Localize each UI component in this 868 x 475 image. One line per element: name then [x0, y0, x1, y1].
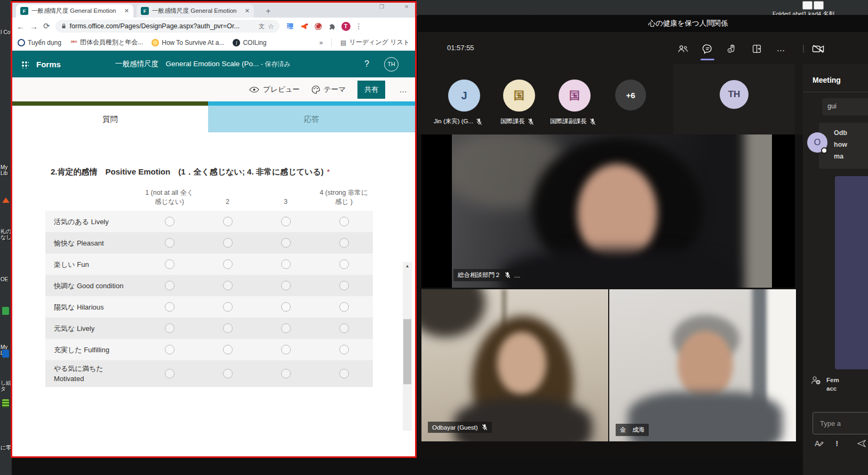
more-actions-icon[interactable]: …: [774, 42, 788, 56]
profile-avatar[interactable]: T: [341, 22, 351, 31]
radio-option-4[interactable]: [339, 259, 349, 269]
tab-close-icon[interactable]: ✕: [124, 7, 129, 14]
help-icon[interactable]: ?: [364, 59, 369, 69]
radio-option-3[interactable]: [281, 217, 291, 226]
radio-option-1[interactable]: [165, 281, 174, 290]
mattermost-extension-icon[interactable]: [314, 22, 323, 31]
camera-off-icon[interactable]: [811, 42, 825, 56]
desktop-folder-icon[interactable]: [802, 1, 824, 10]
address-bar[interactable]: forms.office.com/Pages/DesignPage.aspx?a…: [55, 20, 280, 33]
radio-option-2[interactable]: [223, 217, 233, 226]
chat-message[interactable]: gui: [822, 98, 868, 115]
desktop-icon-label[interactable]: I Co: [1, 29, 12, 35]
radio-option-1[interactable]: [165, 323, 174, 333]
new-tab-button[interactable]: ＋: [264, 6, 272, 16]
reactions-icon[interactable]: [725, 42, 739, 56]
priority-icon[interactable]: ǃ: [835, 439, 838, 448]
chat-icon[interactable]: [700, 42, 714, 56]
scroll-up-icon[interactable]: ▲: [403, 264, 412, 268]
participants-icon[interactable]: [676, 42, 690, 56]
tab-close-icon[interactable]: ✕: [245, 7, 250, 14]
radio-option-4[interactable]: [339, 217, 349, 226]
desktop-shortcut-icon[interactable]: [2, 350, 9, 358]
radio-option-4[interactable]: [339, 281, 349, 290]
radio-option-4[interactable]: [339, 345, 349, 354]
desktop-icon-label[interactable]: My Lib: [1, 164, 12, 176]
radio-option-1[interactable]: [165, 217, 174, 226]
radio-option-4[interactable]: [339, 369, 349, 378]
desktop-icon-label[interactable]: 礼の なし: [1, 228, 12, 240]
forward-icon[interactable]: →: [30, 22, 38, 31]
bookmarks-overflow-icon[interactable]: »: [319, 39, 323, 46]
desktop-icon-label[interactable]: に零: [1, 445, 12, 450]
radio-option-2[interactable]: [223, 238, 233, 248]
radio-option-3[interactable]: [281, 345, 291, 354]
bookmark-item[interactable]: ᴶᵂᴬ 団体会員種別と年会...: [70, 38, 143, 47]
breakout-rooms-icon[interactable]: [750, 42, 763, 56]
overflow-participants-avatar[interactable]: +6: [615, 80, 646, 110]
radio-option-4[interactable]: [339, 323, 349, 333]
bookmark-star-icon[interactable]: ☆: [268, 22, 274, 30]
radio-option-4[interactable]: [339, 302, 349, 312]
tab-questions[interactable]: 質問: [12, 106, 208, 132]
scrollbar[interactable]: ▲: [403, 262, 412, 431]
radio-option-3[interactable]: [281, 369, 291, 378]
main-video[interactable]: 総合相談部門２ …: [452, 134, 772, 288]
desktop-shortcut-icon[interactable]: [2, 307, 9, 315]
radio-option-2[interactable]: [223, 281, 233, 290]
window-restore-icon[interactable]: ❐: [379, 4, 384, 10]
tab-responses[interactable]: 応答: [208, 106, 415, 132]
radio-option-3[interactable]: [281, 302, 291, 312]
radio-option-2[interactable]: [223, 259, 233, 269]
radio-option-1[interactable]: [165, 302, 174, 312]
radio-option-2[interactable]: [223, 302, 233, 312]
bookmark-item[interactable]: ʃ COILing: [233, 39, 266, 46]
chat-input[interactable]: Type a: [813, 412, 868, 434]
desktop-icon-label[interactable]: OE: [1, 276, 12, 282]
chrome-menu-icon[interactable]: ⋮: [355, 22, 363, 30]
account-avatar[interactable]: TH: [384, 57, 399, 72]
desktop-icon-label[interactable]: し絵 タ: [1, 380, 12, 392]
chat-message-sent[interactable]: [835, 176, 868, 369]
reload-icon[interactable]: ⟳: [43, 21, 50, 31]
format-icon[interactable]: A: [815, 439, 824, 448]
self-avatar[interactable]: TH: [720, 80, 748, 109]
bookmark-item[interactable]: Tuyển dụng: [18, 39, 61, 46]
radio-option-2[interactable]: [223, 369, 233, 378]
radio-option-2[interactable]: [223, 323, 233, 333]
video-more-icon[interactable]: …: [514, 272, 521, 279]
radio-option-3[interactable]: [281, 323, 291, 333]
bookmark-item[interactable]: How To Survive At a...: [152, 39, 224, 46]
back-icon[interactable]: ←: [17, 22, 25, 31]
radio-option-3[interactable]: [281, 259, 291, 269]
forms-more-icon[interactable]: …: [399, 85, 408, 94]
radio-option-1[interactable]: [165, 238, 174, 248]
megaphone-extension-icon[interactable]: [300, 22, 309, 31]
radio-option-1[interactable]: [165, 259, 174, 269]
radio-option-2[interactable]: [223, 345, 233, 354]
puzzle-extension-icon[interactable]: [328, 22, 337, 31]
radio-option-1[interactable]: [165, 345, 174, 354]
participant-avatar[interactable]: 国: [559, 80, 591, 112]
video-tile-odbayar[interactable]: Odbayar (Guest): [421, 289, 608, 441]
theme-button[interactable]: テーマ: [312, 85, 346, 94]
participant-avatar[interactable]: 国: [503, 80, 535, 112]
reading-list-button[interactable]: ▤ リーディング リスト: [340, 38, 410, 47]
share-button[interactable]: 共有: [357, 81, 385, 99]
radio-option-3[interactable]: [281, 238, 291, 248]
browser-tab-1[interactable]: F 一般感情尺度 General Emotion ✕: [16, 4, 133, 18]
radio-option-4[interactable]: [339, 238, 349, 248]
participant-avatar[interactable]: J: [448, 80, 480, 112]
preview-button[interactable]: プレビュー: [249, 85, 300, 94]
scrollbar-thumb[interactable]: [403, 319, 411, 384]
window-close-icon[interactable]: ✕: [404, 4, 409, 10]
browser-tab-2[interactable]: F 一般感情尺度 General Emotion ✕: [137, 4, 254, 18]
send-icon[interactable]: [857, 440, 866, 447]
radio-option-1[interactable]: [165, 369, 174, 378]
video-tile-kim[interactable]: 金 成海: [609, 289, 796, 441]
waffle-icon[interactable]: [21, 60, 29, 68]
translate-icon[interactable]: 文: [259, 22, 265, 30]
radio-option-3[interactable]: [281, 281, 291, 290]
desktop-shortcut-icon[interactable]: [2, 399, 9, 407]
extension-ri-icon[interactable]: 理: [286, 22, 295, 31]
